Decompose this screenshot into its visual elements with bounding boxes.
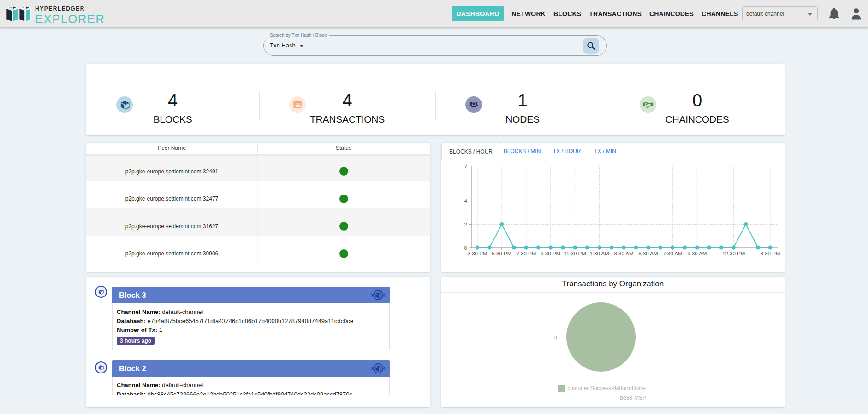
table-row[interactable]: p2p.gke-europe.settlemint.com:30906 (86, 236, 430, 264)
brand-logo[interactable]: HYPERLEDGER EXPLORER (6, 3, 105, 25)
status-dot-up (339, 167, 348, 176)
legend-swatch (558, 385, 565, 392)
cube-icon (98, 289, 104, 295)
search-divider (306, 39, 306, 53)
block-card-header: Block 3 (112, 287, 390, 303)
charts-card: BLOCKS / HOUR BLOCKS / MIN TX / HOUR TX … (441, 143, 785, 272)
column-header-peer-name: Peer Name (86, 143, 257, 154)
peers-table-header: Peer Name Status (86, 143, 430, 154)
pie-legend[interactable]: customerSuccessPlatformDocs- be38-MSP (558, 384, 646, 402)
blocks-per-hour-line-chart: 02473:30 PM5:30 PM7:30 PM9:30 PM11:30 PM… (441, 161, 785, 272)
block-card-body: Channel Name: default-channel Datahash: … (112, 303, 390, 350)
block-card-2: Block 2 Channel Name: default-channel Da… (112, 360, 390, 395)
table-row[interactable]: p2p.gke-europe.settlemint.com:32477 (86, 181, 430, 209)
peers-table-card: Peer Name Status p2p.gke-europe.settlemi… (86, 143, 430, 272)
nav-item-channels[interactable]: CHANNELS (698, 10, 742, 18)
svg-text:0: 0 (464, 245, 467, 251)
block-card-3: Block 3 Channel Name: default-channel Da… (112, 287, 390, 350)
peer-status-cell (257, 249, 430, 258)
svg-text:7:30 AM: 7:30 AM (663, 251, 682, 256)
svg-text:4: 4 (464, 198, 468, 204)
tab-tx-per-min[interactable]: TX / MIN (594, 143, 616, 160)
channel-select[interactable]: default-channel (742, 6, 818, 21)
column-divider (257, 143, 258, 153)
stats-card: 4 BLOCKS 4 TRANSACTIONS (86, 64, 785, 135)
nav-item-network[interactable]: NETWORK (508, 10, 550, 18)
column-header-status: Status (257, 143, 430, 154)
block-timeline-badge (95, 361, 107, 373)
svg-text:11:30 PM: 11:30 PM (564, 251, 586, 256)
peer-status-cell (257, 167, 430, 176)
dashboard-page: HYPERLEDGER EXPLORER DASHBOARD NETWORK B… (0, 0, 868, 414)
search-bar: Search by Txn Hash / Block Txn Hash (263, 35, 607, 56)
field-value: default-channel (162, 382, 203, 389)
stat-blocks-label: BLOCKS (86, 113, 259, 125)
field-label: Datahash: (117, 318, 146, 325)
table-row[interactable]: p2p.gke-europe.settlemint.com:32491 (86, 154, 430, 181)
block-age-badge: 3 hours ago (117, 337, 155, 346)
field-label: Channel Name: (117, 382, 161, 389)
search-button[interactable] (583, 38, 599, 54)
svg-text:7: 7 (464, 164, 467, 169)
svg-text:3:30 PM: 3:30 PM (761, 251, 780, 256)
status-dot-up (339, 222, 348, 231)
nav-item-transactions[interactable]: TRANSACTIONS (585, 10, 646, 18)
stat-blocks-value: 4 (86, 92, 259, 109)
svg-text:12:30 PM: 12:30 PM (722, 251, 745, 256)
nav-item-blocks[interactable]: BLOCKS (550, 10, 585, 18)
block-timeline-badge (95, 286, 107, 298)
stat-transactions: 4 TRANSACTIONS (259, 64, 435, 135)
stat-nodes-value: 1 (435, 92, 610, 109)
svg-text:3:30 AM: 3:30 AM (614, 251, 633, 256)
search-type-dropdown[interactable]: Txn Hash (270, 36, 296, 55)
field-label: Datahash: (117, 391, 146, 395)
svg-text:5:30 AM: 5:30 AM (638, 251, 658, 256)
nav-item-chaincodes[interactable]: CHAINCODES (645, 10, 697, 18)
cube-icon (98, 365, 104, 370)
block-title: Block 3 (119, 287, 146, 303)
svg-text:2: 2 (464, 222, 467, 227)
block-datahash-line: Datahash: e7b4af875bce65457f71dfa43746c1… (117, 317, 385, 326)
status-dot-up (339, 249, 348, 258)
svg-text:9:30 PM: 9:30 PM (541, 251, 560, 256)
stat-chaincodes-label: CHAINCODES (610, 113, 785, 125)
legend-label: customerSuccessPlatformDocs- be38-MSP (567, 384, 646, 402)
tab-blocks-per-min[interactable]: BLOCKS / MIN (504, 143, 541, 160)
bell-icon[interactable] (828, 7, 840, 20)
field-value: dbc88c45c722666e2e12bde50251c2fa1c5d0fbd… (147, 391, 352, 395)
peer-name: p2p.gke-europe.settlemint.com:30906 (86, 250, 257, 257)
view-block-icon[interactable] (369, 289, 387, 301)
stat-chaincodes-value: 0 (610, 92, 785, 109)
svg-text:9:30 AM: 9:30 AM (687, 251, 707, 256)
view-block-icon[interactable] (369, 362, 387, 374)
svg-text:1:30 AM: 1:30 AM (589, 251, 609, 256)
table-row[interactable]: p2p.gke-europe.settlemint.com:31627 (86, 208, 430, 236)
field-value: 1 (159, 326, 162, 333)
user-icon[interactable] (850, 7, 862, 20)
nav-item-dashboard[interactable]: DASHBOARD (452, 6, 504, 21)
peer-status-cell (257, 195, 430, 203)
block-card-header: Block 2 (112, 360, 390, 377)
channel-select-value: default-channel (746, 11, 784, 17)
hyperledger-logo-icon (6, 6, 31, 22)
chevron-down-icon (808, 13, 812, 16)
block-card-body: Channel Name: default-channel Datahash: … (112, 377, 390, 395)
tab-tx-per-hour[interactable]: TX / HOUR (553, 143, 581, 160)
tab-blocks-per-hour[interactable]: BLOCKS / HOUR (441, 143, 500, 160)
svg-text:5:30 PM: 5:30 PM (492, 251, 512, 256)
stat-transactions-label: TRANSACTIONS (259, 113, 435, 125)
chevron-down-icon (299, 45, 304, 47)
field-label: Number of Tx: (117, 326, 157, 333)
svg-text:3:30 PM: 3:30 PM (468, 251, 488, 256)
svg-text:3: 3 (554, 335, 557, 340)
field-label: Channel Name: (117, 308, 161, 315)
blocks-list-clip: Block 3 Channel Name: default-channel Da… (86, 277, 430, 395)
block-channel-line: Channel Name: default-channel (117, 308, 385, 317)
brand-hyperledger: HYPERLEDGER (35, 6, 105, 12)
status-dot-up (339, 195, 348, 203)
stat-blocks: 4 BLOCKS (86, 64, 259, 135)
search-input[interactable] (310, 37, 577, 54)
search-icon (586, 41, 596, 51)
block-numtx-line: Number of Tx: 1 (117, 325, 385, 335)
navbar: HYPERLEDGER EXPLORER DASHBOARD NETWORK B… (0, 0, 868, 27)
